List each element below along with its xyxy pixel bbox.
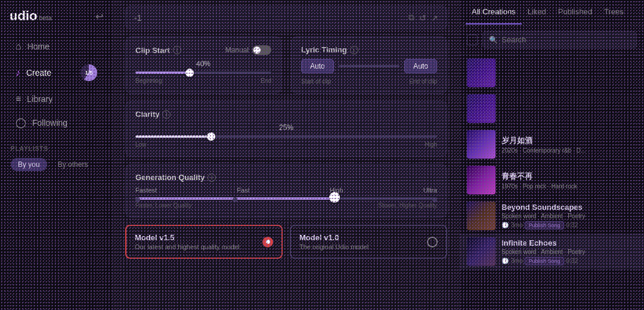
song-list: 岁月如酒 2020s · Contemporary r&b · D... 青春不…: [460, 55, 644, 310]
right-panel: All Creations Liked Published Trees 🔍: [459, 0, 644, 310]
list-item[interactable]: Infinite Echoes Spoken word · Ambient · …: [460, 234, 644, 269]
song-thumb: [467, 237, 496, 266]
